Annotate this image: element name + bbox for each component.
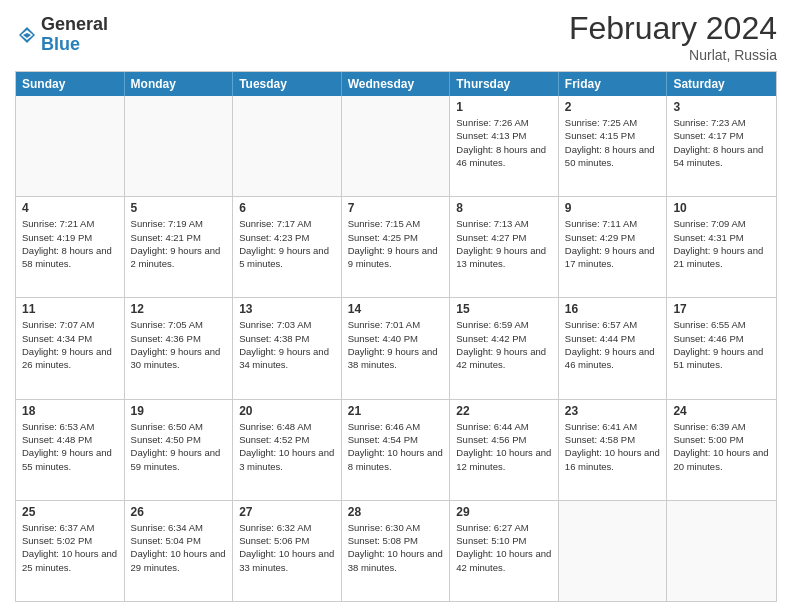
day-number: 23 xyxy=(565,404,661,418)
calendar-row-1: 4Sunrise: 7:21 AMSunset: 4:19 PMDaylight… xyxy=(16,197,776,298)
cell-info: Sunrise: 7:21 AMSunset: 4:19 PMDaylight:… xyxy=(22,217,118,270)
header-day-friday: Friday xyxy=(559,72,668,96)
day-number: 16 xyxy=(565,302,661,316)
cell-info: Sunrise: 7:15 AMSunset: 4:25 PMDaylight:… xyxy=(348,217,444,270)
cell-info: Sunrise: 6:46 AMSunset: 4:54 PMDaylight:… xyxy=(348,420,444,473)
day-number: 29 xyxy=(456,505,552,519)
cell-info: Sunrise: 6:32 AMSunset: 5:06 PMDaylight:… xyxy=(239,521,335,574)
cell-info: Sunrise: 6:30 AMSunset: 5:08 PMDaylight:… xyxy=(348,521,444,574)
day-number: 24 xyxy=(673,404,770,418)
cell-info: Sunrise: 6:55 AMSunset: 4:46 PMDaylight:… xyxy=(673,318,770,371)
cell-info: Sunrise: 7:19 AMSunset: 4:21 PMDaylight:… xyxy=(131,217,227,270)
cell-info: Sunrise: 6:34 AMSunset: 5:04 PMDaylight:… xyxy=(131,521,227,574)
header-day-wednesday: Wednesday xyxy=(342,72,451,96)
day-number: 18 xyxy=(22,404,118,418)
calendar-body: 1Sunrise: 7:26 AMSunset: 4:13 PMDaylight… xyxy=(16,96,776,601)
calendar-row-3: 18Sunrise: 6:53 AMSunset: 4:48 PMDayligh… xyxy=(16,400,776,501)
calendar-row-4: 25Sunrise: 6:37 AMSunset: 5:02 PMDayligh… xyxy=(16,501,776,601)
day-number: 6 xyxy=(239,201,335,215)
cell-info: Sunrise: 7:05 AMSunset: 4:36 PMDaylight:… xyxy=(131,318,227,371)
header-day-thursday: Thursday xyxy=(450,72,559,96)
calendar-header: SundayMondayTuesdayWednesdayThursdayFrid… xyxy=(16,72,776,96)
calendar-cell-0-2 xyxy=(233,96,342,196)
calendar-cell-2-2: 13Sunrise: 7:03 AMSunset: 4:38 PMDayligh… xyxy=(233,298,342,398)
calendar-cell-0-0 xyxy=(16,96,125,196)
calendar-cell-3-6: 24Sunrise: 6:39 AMSunset: 5:00 PMDayligh… xyxy=(667,400,776,500)
day-number: 4 xyxy=(22,201,118,215)
calendar-cell-1-3: 7Sunrise: 7:15 AMSunset: 4:25 PMDaylight… xyxy=(342,197,451,297)
day-number: 2 xyxy=(565,100,661,114)
cell-info: Sunrise: 6:50 AMSunset: 4:50 PMDaylight:… xyxy=(131,420,227,473)
cell-info: Sunrise: 7:09 AMSunset: 4:31 PMDaylight:… xyxy=(673,217,770,270)
day-number: 9 xyxy=(565,201,661,215)
cell-info: Sunrise: 6:59 AMSunset: 4:42 PMDaylight:… xyxy=(456,318,552,371)
cell-info: Sunrise: 6:48 AMSunset: 4:52 PMDaylight:… xyxy=(239,420,335,473)
day-number: 20 xyxy=(239,404,335,418)
cell-info: Sunrise: 6:57 AMSunset: 4:44 PMDaylight:… xyxy=(565,318,661,371)
header-day-tuesday: Tuesday xyxy=(233,72,342,96)
calendar-cell-3-0: 18Sunrise: 6:53 AMSunset: 4:48 PMDayligh… xyxy=(16,400,125,500)
calendar-cell-4-5 xyxy=(559,501,668,601)
day-number: 21 xyxy=(348,404,444,418)
calendar-cell-1-5: 9Sunrise: 7:11 AMSunset: 4:29 PMDaylight… xyxy=(559,197,668,297)
cell-info: Sunrise: 7:07 AMSunset: 4:34 PMDaylight:… xyxy=(22,318,118,371)
day-number: 15 xyxy=(456,302,552,316)
day-number: 7 xyxy=(348,201,444,215)
calendar-cell-2-3: 14Sunrise: 7:01 AMSunset: 4:40 PMDayligh… xyxy=(342,298,451,398)
location: Nurlat, Russia xyxy=(569,47,777,63)
cell-info: Sunrise: 7:13 AMSunset: 4:27 PMDaylight:… xyxy=(456,217,552,270)
calendar-row-2: 11Sunrise: 7:07 AMSunset: 4:34 PMDayligh… xyxy=(16,298,776,399)
day-number: 10 xyxy=(673,201,770,215)
cell-info: Sunrise: 6:37 AMSunset: 5:02 PMDaylight:… xyxy=(22,521,118,574)
month-title: February 2024 xyxy=(569,10,777,47)
calendar-cell-3-1: 19Sunrise: 6:50 AMSunset: 4:50 PMDayligh… xyxy=(125,400,234,500)
header-day-sunday: Sunday xyxy=(16,72,125,96)
day-number: 14 xyxy=(348,302,444,316)
day-number: 5 xyxy=(131,201,227,215)
day-number: 25 xyxy=(22,505,118,519)
cell-info: Sunrise: 7:01 AMSunset: 4:40 PMDaylight:… xyxy=(348,318,444,371)
calendar-cell-3-5: 23Sunrise: 6:41 AMSunset: 4:58 PMDayligh… xyxy=(559,400,668,500)
day-number: 3 xyxy=(673,100,770,114)
cell-info: Sunrise: 6:39 AMSunset: 5:00 PMDaylight:… xyxy=(673,420,770,473)
cell-info: Sunrise: 6:44 AMSunset: 4:56 PMDaylight:… xyxy=(456,420,552,473)
page-container: General Blue February 2024 Nurlat, Russi… xyxy=(0,0,792,612)
calendar-cell-3-2: 20Sunrise: 6:48 AMSunset: 4:52 PMDayligh… xyxy=(233,400,342,500)
calendar-cell-2-4: 15Sunrise: 6:59 AMSunset: 4:42 PMDayligh… xyxy=(450,298,559,398)
calendar-cell-3-4: 22Sunrise: 6:44 AMSunset: 4:56 PMDayligh… xyxy=(450,400,559,500)
cell-info: Sunrise: 6:41 AMSunset: 4:58 PMDaylight:… xyxy=(565,420,661,473)
title-block: February 2024 Nurlat, Russia xyxy=(569,10,777,63)
calendar-cell-4-3: 28Sunrise: 6:30 AMSunset: 5:08 PMDayligh… xyxy=(342,501,451,601)
calendar-cell-0-1 xyxy=(125,96,234,196)
calendar-cell-2-1: 12Sunrise: 7:05 AMSunset: 4:36 PMDayligh… xyxy=(125,298,234,398)
calendar-cell-0-6: 3Sunrise: 7:23 AMSunset: 4:17 PMDaylight… xyxy=(667,96,776,196)
logo-blue: Blue xyxy=(41,35,108,55)
cell-info: Sunrise: 7:26 AMSunset: 4:13 PMDaylight:… xyxy=(456,116,552,169)
calendar-cell-1-2: 6Sunrise: 7:17 AMSunset: 4:23 PMDaylight… xyxy=(233,197,342,297)
calendar-cell-4-6 xyxy=(667,501,776,601)
logo: General Blue xyxy=(15,15,108,55)
calendar-cell-4-4: 29Sunrise: 6:27 AMSunset: 5:10 PMDayligh… xyxy=(450,501,559,601)
calendar-cell-2-5: 16Sunrise: 6:57 AMSunset: 4:44 PMDayligh… xyxy=(559,298,668,398)
cell-info: Sunrise: 7:23 AMSunset: 4:17 PMDaylight:… xyxy=(673,116,770,169)
logo-general: General xyxy=(41,15,108,35)
logo-text: General Blue xyxy=(41,15,108,55)
calendar-cell-1-1: 5Sunrise: 7:19 AMSunset: 4:21 PMDaylight… xyxy=(125,197,234,297)
calendar-row-0: 1Sunrise: 7:26 AMSunset: 4:13 PMDaylight… xyxy=(16,96,776,197)
calendar-cell-0-4: 1Sunrise: 7:26 AMSunset: 4:13 PMDaylight… xyxy=(450,96,559,196)
header: General Blue February 2024 Nurlat, Russi… xyxy=(15,10,777,63)
calendar: SundayMondayTuesdayWednesdayThursdayFrid… xyxy=(15,71,777,602)
calendar-cell-1-4: 8Sunrise: 7:13 AMSunset: 4:27 PMDaylight… xyxy=(450,197,559,297)
day-number: 13 xyxy=(239,302,335,316)
calendar-cell-1-0: 4Sunrise: 7:21 AMSunset: 4:19 PMDaylight… xyxy=(16,197,125,297)
calendar-cell-3-3: 21Sunrise: 6:46 AMSunset: 4:54 PMDayligh… xyxy=(342,400,451,500)
cell-info: Sunrise: 7:11 AMSunset: 4:29 PMDaylight:… xyxy=(565,217,661,270)
calendar-cell-4-2: 27Sunrise: 6:32 AMSunset: 5:06 PMDayligh… xyxy=(233,501,342,601)
calendar-cell-2-0: 11Sunrise: 7:07 AMSunset: 4:34 PMDayligh… xyxy=(16,298,125,398)
calendar-cell-2-6: 17Sunrise: 6:55 AMSunset: 4:46 PMDayligh… xyxy=(667,298,776,398)
day-number: 12 xyxy=(131,302,227,316)
day-number: 27 xyxy=(239,505,335,519)
day-number: 8 xyxy=(456,201,552,215)
cell-info: Sunrise: 7:25 AMSunset: 4:15 PMDaylight:… xyxy=(565,116,661,169)
calendar-cell-0-5: 2Sunrise: 7:25 AMSunset: 4:15 PMDaylight… xyxy=(559,96,668,196)
